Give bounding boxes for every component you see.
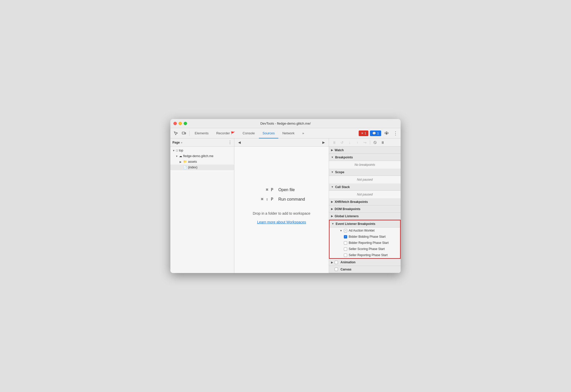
- errors-badge[interactable]: ✕ 1: [359, 130, 369, 136]
- tab-recorder[interactable]: Recorder 🚩: [213, 128, 238, 138]
- file-tree: ▼ □ top ▼ ☁ fledge-demo.glitch.me ▶ 📁 as…: [170, 147, 234, 273]
- global-listeners-label: Global Listeners: [335, 214, 359, 218]
- event-listener-section-header[interactable]: ▼ Event Listener Breakpoints: [330, 220, 400, 227]
- toolbar-right: ✕ 1 💬 1 ⋮: [359, 130, 399, 137]
- breakpoints-section-header[interactable]: ▼ Breakpoints: [329, 154, 401, 161]
- sidebar-toggle-icon[interactable]: ◀: [236, 139, 243, 146]
- animation-checkbox[interactable]: [335, 261, 338, 264]
- shortcut-open-file: ⌘ P Open file: [253, 187, 310, 192]
- breakpoints-arrow-icon: ▼: [331, 156, 334, 159]
- welcome-content: ⌘ P Open file ⌘ ⇧ P Run command Drop in …: [253, 187, 310, 224]
- scope-label: Scope: [335, 170, 344, 174]
- tree-item-assets[interactable]: ▶ 📁 assets: [170, 159, 234, 165]
- more-options-icon[interactable]: ⋮: [392, 130, 399, 137]
- right-panel: ⏸ ↺ ↓ ↑ ↪ ⏸ ▶ Watch: [329, 138, 401, 273]
- pause-on-exceptions-icon[interactable]: ⏸: [379, 139, 386, 146]
- workspace-link[interactable]: Learn more about Workspaces: [257, 220, 306, 224]
- tab-more[interactable]: »: [299, 128, 308, 138]
- seller-reporting-checkbox[interactable]: [344, 254, 347, 257]
- chevron-right-icon: »: [181, 141, 182, 144]
- dom-arrow-icon: ▶: [331, 208, 333, 210]
- step-over-icon[interactable]: ↺: [339, 139, 345, 146]
- tab-console[interactable]: Console: [239, 128, 258, 138]
- event-listener-breakpoints-highlighted: ▼ Event Listener Breakpoints ▼ Ad Auctio…: [329, 220, 401, 259]
- seller-reporting-label: Seller Reporting Phase Start: [349, 253, 388, 257]
- debugger-toolbar: ⏸ ↺ ↓ ↑ ↪ ⏸: [329, 138, 401, 147]
- seller-scoring-label: Seller Scoring Phase Start: [349, 247, 385, 251]
- bidder-bidding-label: Bidder Bidding Phase Start: [349, 235, 386, 238]
- settings-icon[interactable]: [383, 130, 390, 137]
- tab-elements[interactable]: Elements: [191, 128, 212, 138]
- canvas-checkbox[interactable]: [335, 268, 338, 271]
- seller-scoring-checkbox[interactable]: [344, 247, 347, 251]
- messages-badge[interactable]: 💬 1: [370, 130, 381, 136]
- content-area: Page » ⋮ ▼ □ top ▼ ☁ fledge-demo.glitch.…: [170, 138, 401, 273]
- run-snippet-icon[interactable]: ▶: [321, 139, 327, 146]
- file-icon: 📄: [183, 166, 187, 169]
- animation-section-header[interactable]: ▶ Animation: [329, 259, 401, 266]
- svg-rect-0: [182, 132, 185, 134]
- scope-arrow-icon: ▼: [331, 171, 334, 173]
- watch-arrow-icon: ▶: [331, 149, 333, 151]
- bidder-bidding-phase-start-row: Bidder Bidding Phase Start: [330, 234, 400, 240]
- close-button[interactable]: [173, 122, 177, 125]
- scope-section-header[interactable]: ▼ Scope: [329, 169, 401, 176]
- folder-icon: □: [176, 149, 178, 152]
- tree-item-domain[interactable]: ▼ ☁ fledge-demo.glitch.me: [170, 153, 234, 159]
- scope-not-paused-text: Not paused: [357, 178, 372, 181]
- xhr-label: XHR/fetch Breakpoints: [335, 200, 368, 204]
- step-out-icon[interactable]: ↑: [354, 139, 361, 146]
- call-stack-not-paused-text: Not paused: [357, 193, 372, 196]
- window-title: DevTools - fledge-demo.glitch.me/: [260, 122, 311, 125]
- ad-auction-worklet-row[interactable]: ▼ Ad Auction Worklet: [330, 227, 400, 234]
- editor-toolbar: ◀ ▶: [234, 138, 329, 147]
- step-into-icon[interactable]: ↓: [346, 139, 353, 146]
- no-breakpoints-text: No breakpoints: [355, 163, 375, 167]
- open-file-label: Open file: [278, 188, 295, 192]
- breakpoints-label: Breakpoints: [335, 156, 353, 159]
- arrow-right-icon: ▶: [180, 160, 182, 163]
- event-listener-arrow-icon: ▼: [332, 222, 334, 225]
- breakpoints-body: No breakpoints: [329, 161, 401, 169]
- animation-arrow-icon: ▶: [331, 261, 333, 264]
- bidder-bidding-checkbox[interactable]: [344, 235, 347, 238]
- dom-section-header[interactable]: ▶ DOM Breakpoints: [329, 205, 401, 213]
- ad-auction-minus-checkbox[interactable]: [344, 229, 347, 232]
- tree-item-index[interactable]: ▶ 📄 (index): [170, 165, 234, 170]
- debug-sep: [370, 140, 370, 145]
- arrow-down-icon: ▼: [172, 149, 175, 152]
- tab-sources[interactable]: Sources: [259, 128, 278, 138]
- shortcut-run-command: ⌘ ⇧ P Run command: [253, 197, 310, 202]
- scope-body: Not paused: [329, 176, 401, 183]
- panel-menu-icon[interactable]: ⋮: [228, 140, 232, 145]
- event-listener-label: Event Listener Breakpoints: [336, 222, 375, 226]
- device-toggle-icon[interactable]: [180, 130, 188, 137]
- xhr-arrow-icon: ▶: [331, 200, 333, 203]
- pause-icon[interactable]: ⏸: [331, 139, 338, 146]
- call-stack-arrow-icon: ▼: [331, 186, 334, 188]
- watch-label: Watch: [335, 148, 344, 152]
- bidder-reporting-checkbox[interactable]: [344, 241, 347, 245]
- tree-item-top[interactable]: ▼ □ top: [170, 148, 234, 153]
- xhr-section-header[interactable]: ▶ XHR/fetch Breakpoints: [329, 198, 401, 205]
- ad-auction-worklet-label: Ad Auction Worklet: [349, 229, 375, 232]
- step-icon[interactable]: ↪: [362, 139, 368, 146]
- seller-scoring-phase-start-row: Seller Scoring Phase Start: [330, 246, 400, 252]
- bidder-reporting-label: Bidder Reporting Phase Start: [349, 241, 389, 245]
- toolbar-separator-1: [189, 131, 190, 136]
- workspace-text: Drop in a folder to add to workspace: [253, 211, 310, 215]
- tab-network[interactable]: Network: [279, 128, 298, 138]
- cloud-icon: ☁: [179, 154, 182, 158]
- svg-line-4: [374, 141, 376, 144]
- canvas-section-header[interactable]: ▶ Canvas: [329, 266, 401, 273]
- global-arrow-icon: ▶: [331, 215, 333, 217]
- minimize-button[interactable]: [179, 122, 182, 125]
- inspect-icon[interactable]: [172, 130, 180, 137]
- main-toolbar: Elements Recorder 🚩 Console Sources Netw…: [170, 128, 401, 138]
- traffic-lights: [173, 122, 187, 125]
- watch-section-header[interactable]: ▶ Watch: [329, 147, 401, 154]
- maximize-button[interactable]: [184, 122, 187, 125]
- global-listeners-section-header[interactable]: ▶ Global Listeners: [329, 213, 401, 220]
- call-stack-section-header[interactable]: ▼ Call Stack: [329, 183, 401, 191]
- deactivate-breakpoints-icon[interactable]: [372, 139, 378, 146]
